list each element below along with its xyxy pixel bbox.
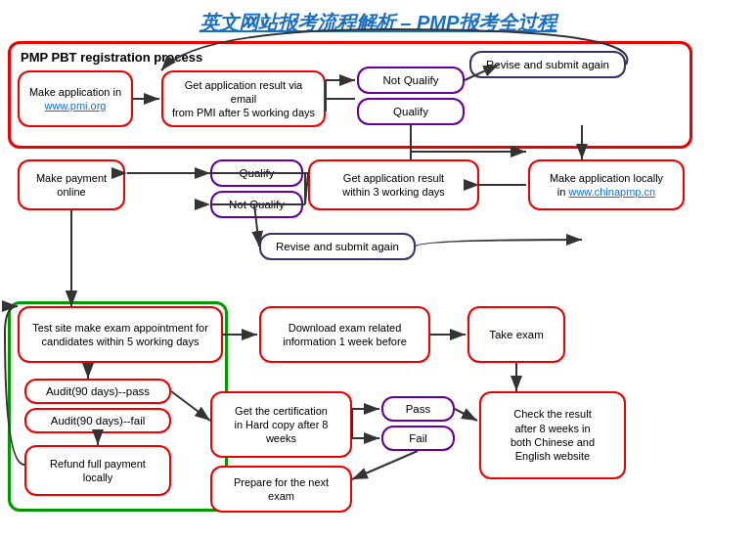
box-not-qualify-china: Not Qualify	[210, 191, 303, 218]
not-qualify-pmi-label: Not Qualify	[383, 73, 439, 88]
box-fail: Fail	[381, 426, 455, 451]
box-refund: Refund full paymentlocally	[24, 445, 171, 496]
box-audit-fail: Audit(90 days)--fail	[24, 408, 171, 433]
refund-text: Refund full paymentlocally	[50, 457, 146, 485]
pass-label: Pass	[406, 402, 431, 417]
get-result-local-text: Get application resultwithin 3 working d…	[342, 171, 445, 200]
svg-line-31	[352, 451, 418, 479]
page-title: 英文网站报考流程解析 – PMP报考全过程	[15, 10, 741, 36]
revise-pmi-label: Revise and submit again	[486, 58, 609, 72]
qualify-pmi-label: Qualify	[393, 105, 428, 119]
box-pass: Pass	[381, 396, 455, 422]
box-revise-china: Revise and submit again	[259, 233, 416, 260]
box-get-result-local: Get application resultwithin 3 working d…	[308, 159, 479, 210]
box-revise-pmi: Revise and submit again	[469, 51, 626, 78]
svg-line-30	[455, 409, 477, 421]
cert-text: Get the certificationin Hard copy after …	[235, 404, 329, 446]
box-make-application: Make application inwww.pmi.org	[18, 70, 133, 127]
box-payment-online: Make paymentonline	[18, 159, 125, 210]
audit-pass-text: Audit(90 days)--pass	[46, 384, 150, 399]
get-result-email-text: Get application result via emailfrom PMI…	[171, 78, 316, 120]
box-take-exam: Take exam	[467, 306, 565, 363]
box-cert: Get the certificationin Hard copy after …	[210, 391, 352, 458]
box-not-qualify-pmi: Not Qualify	[357, 67, 465, 94]
page: 英文网站报考流程解析 – PMP报考全过程 PMP PBT registrati…	[0, 0, 756, 539]
audit-fail-text: Audit(90 days)--fail	[51, 414, 146, 428]
payment-online-text: Make paymentonline	[36, 171, 107, 200]
box-check-result: Check the resultafter 8 weeks inboth Chi…	[479, 391, 626, 479]
box-appoint: Test site make exam appointment forcandi…	[18, 306, 223, 363]
box-get-result-email: Get application result via emailfrom PMI…	[161, 70, 326, 127]
box-audit-pass: Audit(90 days)--pass	[24, 379, 171, 404]
chinapmp-link[interactable]: www.chinapmp.cn	[568, 186, 655, 198]
download-text: Download exam relatedinformation 1 week …	[283, 321, 407, 349]
revise-china-label: Revise and submit again	[276, 240, 399, 254]
pmi-link[interactable]: www.pmi.org	[45, 100, 107, 112]
pmi-label: PMP PBT registration process	[21, 50, 202, 65]
box-qualify-china: Qualify	[210, 159, 303, 187]
qualify-china-label: Qualify	[240, 166, 275, 181]
check-result-text: Check the resultafter 8 weeks inboth Chi…	[511, 407, 595, 463]
box-next-exam: Prepare for the nextexam	[210, 466, 352, 513]
take-exam-text: Take exam	[489, 328, 544, 342]
box-qualify-pmi: Qualify	[357, 98, 465, 125]
appoint-text: Test site make exam appointment forcandi…	[32, 321, 208, 349]
box-make-application-local: Make application locallyin www.chinapmp.…	[528, 159, 685, 210]
not-qualify-china-label: Not Qualify	[229, 198, 285, 212]
fail-label: Fail	[409, 431, 427, 446]
next-exam-text: Prepare for the nextexam	[234, 475, 329, 504]
box-download: Download exam relatedinformation 1 week …	[259, 306, 430, 363]
